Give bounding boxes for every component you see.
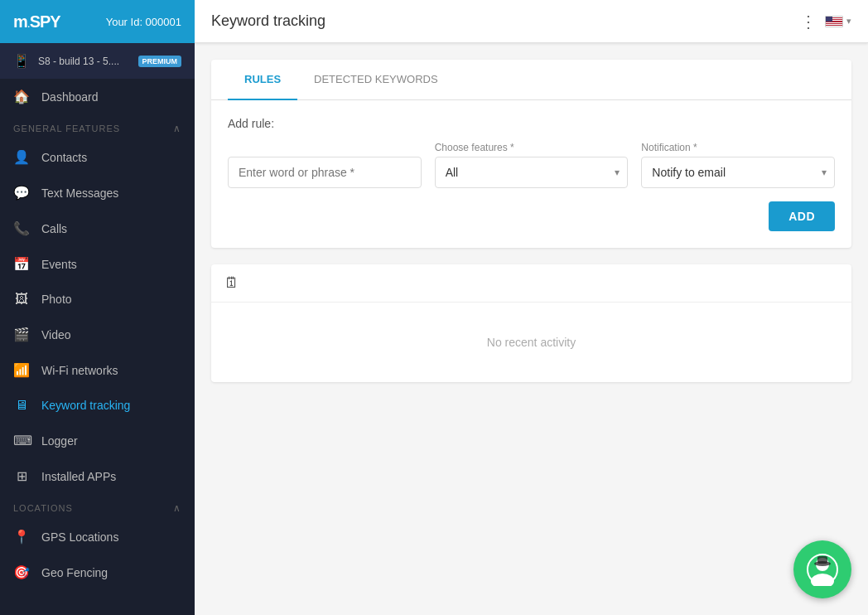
main-content: Keyword tracking ⋮ ▾ RULES DETECTED KEYW… xyxy=(195,0,868,615)
language-selector[interactable]: ▾ xyxy=(825,16,851,27)
video-icon: 🎬 xyxy=(13,327,30,342)
sidebar-label-installed-apps: Installed APPs xyxy=(41,470,116,483)
contacts-icon: 👤 xyxy=(13,149,30,165)
sidebar-label-text-messages: Text Messages xyxy=(41,186,118,200)
topbar-actions: ⋮ ▾ xyxy=(800,12,851,31)
card-body: Add rule: Choose features * All Text Mes… xyxy=(211,100,851,248)
flag-canton xyxy=(826,17,832,22)
home-icon: 🏠 xyxy=(13,89,30,104)
features-select[interactable]: All Text Messages Calls Contacts xyxy=(435,157,629,188)
sidebar-item-gps-locations[interactable]: 📍 GPS Locations xyxy=(0,519,195,554)
notification-select-wrapper: Notify to email Notify to app xyxy=(641,157,835,188)
notification-label: Notification * xyxy=(641,142,835,153)
activity-body: No recent activity xyxy=(211,303,851,382)
flag-icon xyxy=(825,16,843,27)
logger-icon: ⌨ xyxy=(13,433,30,448)
messages-icon: 💬 xyxy=(13,185,30,201)
user-id: Your Id: 000001 xyxy=(106,16,181,28)
sidebar-item-video[interactable]: 🎬 Video xyxy=(0,317,195,352)
add-rule-label: Add rule: xyxy=(228,117,835,130)
sidebar-label-logger: Logger xyxy=(41,434,78,448)
add-button[interactable]: ADD xyxy=(769,201,835,231)
sidebar-item-photo[interactable]: 🖼 Photo xyxy=(0,282,195,317)
word-field-group xyxy=(228,157,422,188)
no-activity-text: No recent activity xyxy=(487,336,576,349)
calendar-icon: 🗓 xyxy=(224,274,239,292)
apps-icon: ⊞ xyxy=(13,468,30,484)
sidebar-label-geo-fencing: Geo Fencing xyxy=(41,566,108,579)
device-name: S8 - build 13 - 5.... xyxy=(38,56,130,67)
sidebar: m.SPY Your Id: 000001 📱 S8 - build 13 - … xyxy=(0,0,195,615)
nav-section-locations: LOCATIONS ∧ xyxy=(0,494,195,519)
sidebar-item-events[interactable]: 📅 Events xyxy=(0,246,195,282)
sidebar-item-keyword-tracking[interactable]: 🖥 Keyword tracking xyxy=(0,388,195,423)
tabs: RULES DETECTED KEYWORDS xyxy=(211,60,851,100)
sidebar-label-wifi-networks: Wi-Fi networks xyxy=(41,364,118,377)
photo-icon: 🖼 xyxy=(13,292,30,307)
chevron-up-icon-locations: ∧ xyxy=(173,502,181,514)
sidebar-label-photo: Photo xyxy=(41,293,72,306)
activity-card: 🗓 No recent activity xyxy=(211,264,851,382)
sidebar-item-installed-apps[interactable]: ⊞ Installed APPs xyxy=(0,458,195,494)
wifi-icon: 📶 xyxy=(13,362,30,378)
sidebar-item-logger[interactable]: ⌨ Logger xyxy=(0,423,195,458)
btn-row: ADD xyxy=(228,201,835,231)
sidebar-item-geo-fencing[interactable]: 🎯 Geo Fencing xyxy=(0,554,195,590)
word-input[interactable] xyxy=(228,157,422,188)
tab-detected-keywords[interactable]: DETECTED KEYWORDS xyxy=(297,60,455,100)
calls-icon: 📞 xyxy=(13,220,30,236)
topbar: Keyword tracking ⋮ ▾ xyxy=(195,0,868,43)
sidebar-label-keyword-tracking: Keyword tracking xyxy=(41,399,130,412)
premium-badge: PREMIUM xyxy=(138,56,182,67)
events-icon: 📅 xyxy=(13,256,30,272)
sidebar-label-dashboard: Dashboard xyxy=(41,90,99,104)
sidebar-item-contacts[interactable]: 👤 Contacts xyxy=(0,139,195,175)
logo: m.SPY xyxy=(13,12,60,31)
tab-rules[interactable]: RULES xyxy=(228,60,297,100)
device-row[interactable]: 📱 S8 - build 13 - 5.... PREMIUM xyxy=(0,43,195,79)
avatar-icon xyxy=(806,553,839,586)
page-title: Keyword tracking xyxy=(211,12,326,30)
form-row: Choose features * All Text Messages Call… xyxy=(228,142,835,188)
language-chevron: ▾ xyxy=(846,16,851,27)
sidebar-label-events: Events xyxy=(41,258,77,271)
sidebar-label-video: Video xyxy=(41,328,71,341)
features-label: Choose features * xyxy=(435,142,629,153)
svg-rect-4 xyxy=(817,556,827,564)
sidebar-item-text-messages[interactable]: 💬 Text Messages xyxy=(0,175,195,211)
features-field-group: Choose features * All Text Messages Call… xyxy=(435,142,629,188)
nav-section-label-locations: LOCATIONS xyxy=(13,503,73,513)
sidebar-label-contacts: Contacts xyxy=(41,151,87,164)
logo-text: m.SPY xyxy=(13,12,60,31)
sidebar-label-gps-locations: GPS Locations xyxy=(41,530,118,544)
rules-card: RULES DETECTED KEYWORDS Add rule: Choose… xyxy=(211,60,851,248)
gps-icon: 📍 xyxy=(13,529,30,545)
sidebar-label-calls: Calls xyxy=(41,222,67,235)
sidebar-item-calls[interactable]: 📞 Calls xyxy=(0,211,195,246)
keyword-icon: 🖥 xyxy=(13,398,30,413)
sidebar-header: m.SPY Your Id: 000001 xyxy=(0,0,195,43)
nav-section-label-general: GENERAL FEATURES xyxy=(13,123,120,133)
notification-select[interactable]: Notify to email Notify to app xyxy=(641,157,835,188)
floating-avatar[interactable] xyxy=(793,540,851,598)
sidebar-item-dashboard[interactable]: 🏠 Dashboard xyxy=(0,79,195,114)
chevron-up-icon: ∧ xyxy=(173,123,181,134)
device-icon: 📱 xyxy=(13,53,30,69)
notification-field-group: Notification * Notify to email Notify to… xyxy=(641,142,835,188)
geo-fencing-icon: 🎯 xyxy=(13,564,30,580)
sidebar-item-wifi-networks[interactable]: 📶 Wi-Fi networks xyxy=(0,352,195,388)
activity-header: 🗓 xyxy=(211,264,851,303)
nav-section-general: GENERAL FEATURES ∧ xyxy=(0,114,195,139)
content-area: RULES DETECTED KEYWORDS Add rule: Choose… xyxy=(195,43,868,615)
more-options-icon[interactable]: ⋮ xyxy=(800,12,817,31)
features-select-wrapper: All Text Messages Calls Contacts xyxy=(435,157,629,188)
